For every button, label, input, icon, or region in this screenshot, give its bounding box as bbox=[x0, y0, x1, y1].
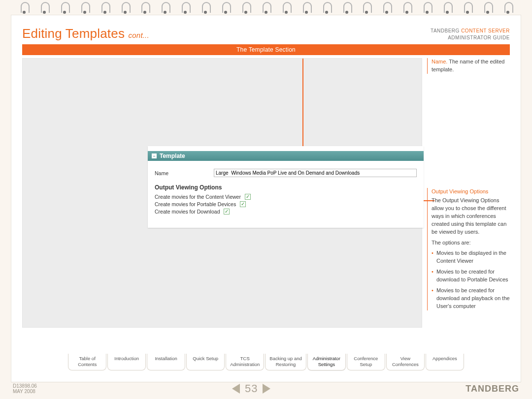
check-row-content-viewer: Create movies for the Content Viewer bbox=[155, 194, 417, 200]
annotation-ovo: Output Viewing Options The Output Viewin… bbox=[427, 188, 510, 310]
doc-meta: D13898.06 MAY 2008 bbox=[13, 383, 37, 394]
pager: 53 bbox=[232, 382, 270, 395]
screenshot-panel-title: Template bbox=[160, 153, 185, 159]
template-name-input[interactable] bbox=[214, 169, 417, 177]
checkbox-content-viewer[interactable] bbox=[245, 194, 251, 200]
annotation-ovo-item: Movies to be created for download to Por… bbox=[432, 268, 510, 284]
tab-quick-setup[interactable]: Quick Setup bbox=[186, 354, 225, 370]
annotation-ovo-body: The Output Viewing Options allow you to … bbox=[432, 197, 510, 236]
annotation-ovo-head: Output Viewing Options bbox=[432, 188, 510, 196]
check-label: Create movies for Portable Devices bbox=[155, 201, 236, 207]
tab-toc[interactable]: Table ofContents bbox=[68, 354, 106, 370]
doc-code: D13898.06 bbox=[13, 383, 37, 389]
annotation-ovo-item: Movies to be displayed in the Content Vi… bbox=[432, 249, 510, 265]
chapter-tabs: Table ofContents Introduction Installati… bbox=[11, 354, 521, 370]
annotation-name-head: Name. bbox=[432, 59, 447, 64]
tab-conference-setup[interactable]: ConferenceSetup bbox=[347, 354, 385, 370]
doc-brand-b: CONTENT SERVER bbox=[461, 28, 510, 33]
collapse-icon: – bbox=[152, 153, 157, 158]
check-label: Create movies for Download bbox=[155, 209, 220, 215]
annotation-ovo-intro: The options are: bbox=[432, 239, 510, 247]
name-label: Name bbox=[155, 170, 214, 176]
page-number: 53 bbox=[245, 382, 258, 395]
screenshot-subheading: Output Viewing Options bbox=[155, 184, 417, 191]
section-bar: The Template Section bbox=[22, 44, 510, 55]
tab-introduction[interactable]: Introduction bbox=[107, 354, 146, 370]
doc-subtitle: ADMINISTRATOR GUIDE bbox=[448, 35, 510, 40]
tab-backup-restore[interactable]: Backing up andRestoring bbox=[265, 354, 306, 370]
illustration-canvas: – Template Name Output Viewing Options C… bbox=[22, 58, 422, 328]
tab-tcs-admin[interactable]: TCSAdministration bbox=[226, 354, 264, 370]
next-page-button[interactable] bbox=[263, 384, 270, 394]
tab-appendices[interactable]: Appendices bbox=[426, 354, 464, 370]
page-sheet: Editing Templates cont... TANDBERG CONTE… bbox=[11, 15, 521, 382]
annotation-name: Name. The name of the edited template. bbox=[427, 58, 510, 74]
brand-logo: TANDBERG bbox=[466, 384, 519, 394]
template-screenshot: – Template Name Output Viewing Options C… bbox=[148, 146, 424, 228]
checkbox-download[interactable] bbox=[224, 209, 230, 215]
checkbox-portable-devices[interactable] bbox=[240, 201, 246, 207]
tab-view-conferences[interactable]: ViewConferences bbox=[386, 354, 425, 370]
annotation-sidebar: Name. The name of the edited template. O… bbox=[427, 58, 510, 328]
doc-date: MAY 2008 bbox=[13, 389, 37, 394]
prev-page-button[interactable] bbox=[232, 384, 240, 394]
page-title-main: Editing Templates bbox=[22, 26, 125, 41]
check-row-download: Create movies for Download bbox=[155, 209, 417, 215]
tab-installation[interactable]: Installation bbox=[147, 354, 185, 370]
annotation-ovo-item: Movies to be created for download and pl… bbox=[432, 287, 510, 310]
check-row-portable: Create movies for Portable Devices bbox=[155, 201, 417, 207]
page-title-suffix: cont... bbox=[129, 31, 149, 39]
document-identifier: TANDBERG CONTENT SERVER ADMINISTRATOR GU… bbox=[431, 28, 510, 41]
check-label: Create movies for the Content Viewer bbox=[155, 194, 241, 200]
doc-brand-a: TANDBERG bbox=[431, 28, 460, 33]
screenshot-panel-header: – Template bbox=[148, 151, 424, 161]
page-footer: D13898.06 MAY 2008 53 TANDBERG bbox=[13, 382, 519, 395]
callout-line-name bbox=[302, 59, 303, 155]
tab-admin-settings[interactable]: AdministratorSettings bbox=[307, 354, 346, 370]
page-title: Editing Templates cont... bbox=[22, 26, 149, 41]
